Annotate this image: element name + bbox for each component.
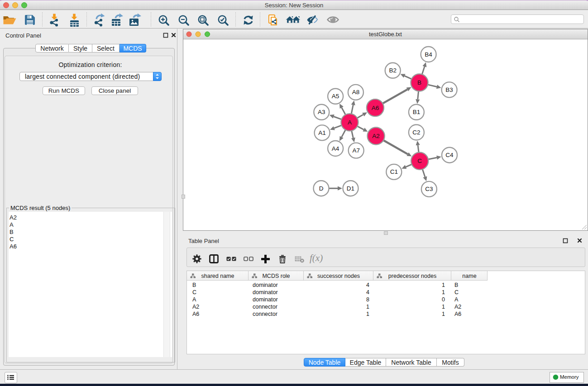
svg-text:A1: A1 [318,129,326,136]
svg-text:A8: A8 [352,89,360,95]
svg-text:A6: A6 [372,105,379,111]
svg-text:C1: C1 [390,168,398,175]
svg-text:B4: B4 [425,51,432,58]
svg-text:A7: A7 [352,147,360,154]
svg-text:A2: A2 [372,133,380,139]
svg-text:C2: C2 [412,129,420,136]
svg-text:A4: A4 [332,145,339,152]
svg-text:B2: B2 [389,67,397,74]
svg-text:D: D [319,185,324,192]
svg-text:B: B [417,79,421,86]
svg-text:C4: C4 [445,152,454,158]
svg-text:A: A [348,119,352,126]
svg-text:B1: B1 [413,109,421,115]
svg-text:A3: A3 [318,109,325,115]
svg-text:A5: A5 [332,93,339,100]
svg-text:D1: D1 [347,185,354,192]
svg-text:C: C [417,157,422,164]
svg-text:B3: B3 [445,86,453,93]
svg-text:C3: C3 [425,186,433,192]
